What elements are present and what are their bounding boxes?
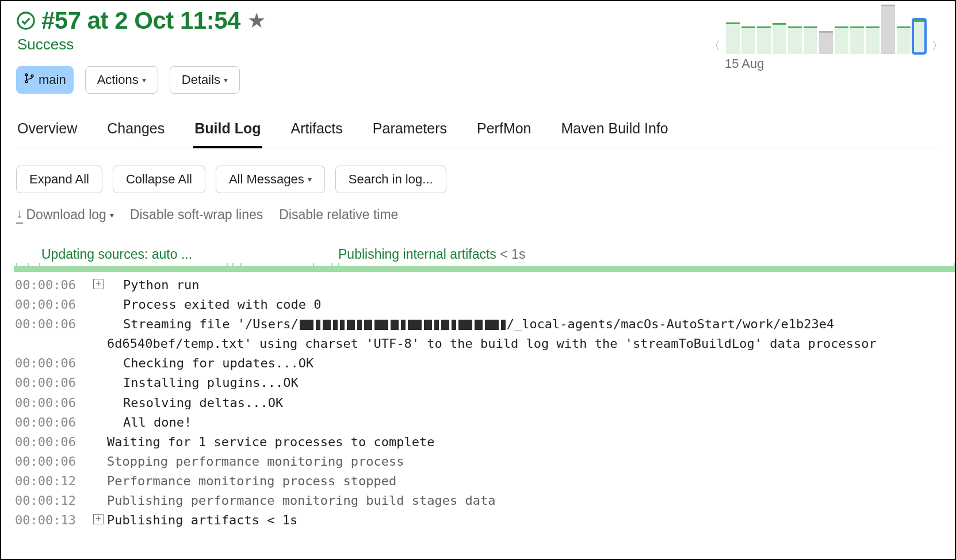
log-timestamp: 00:00:06 <box>15 373 90 393</box>
trend-bar[interactable] <box>881 5 895 54</box>
trend-bar[interactable] <box>804 26 817 54</box>
trends-minimap: 〈 15 Aug 〉 <box>706 20 946 71</box>
trend-bar[interactable] <box>850 26 864 54</box>
svg-point-1 <box>25 74 28 76</box>
expand-all-button[interactable]: Expand All <box>16 166 102 193</box>
log-timestamp: 00:00:12 <box>15 471 90 491</box>
log-message: Performance monitoring process stopped <box>107 471 940 491</box>
log-line: 00:00:06Installing plugins...OK <box>15 373 940 393</box>
log-timestamp: 00:00:06 <box>15 275 90 295</box>
log-timestamp: 00:00:06 <box>15 354 90 373</box>
svg-point-2 <box>25 80 28 83</box>
log-line: 00:00:13+Publishing artifacts < 1s <box>15 511 940 530</box>
tab-maven[interactable]: Maven Build Info <box>560 120 670 148</box>
tab-perfmon[interactable]: PerfMon <box>476 120 532 148</box>
log-message: 6d6540bef/temp.txt' using charset 'UTF-8… <box>107 334 940 354</box>
download-log-link[interactable]: ↓ Download log ▾ <box>16 206 114 224</box>
branch-chip[interactable]: main <box>16 66 74 94</box>
log-line: 00:00:06Checking for updates...OK <box>15 354 940 373</box>
log-timestamp: 00:00:06 <box>15 314 90 334</box>
expand-icon[interactable]: + <box>93 279 104 289</box>
trends-next[interactable]: 〉 <box>930 36 946 56</box>
log-message: Stopping performance monitoring process <box>107 452 940 471</box>
log-line: 00:00:06Streaming file '/Users//_local-a… <box>15 314 940 334</box>
log-message: Python run <box>107 275 940 295</box>
chevron-down-icon: ▾ <box>142 75 146 85</box>
tab-build-log[interactable]: Build Log <box>193 120 262 148</box>
log-timestamp: 00:00:13 <box>15 511 90 530</box>
trend-bar[interactable] <box>835 26 848 54</box>
log-message: All done! <box>107 413 940 432</box>
tab-artifacts[interactable]: Artifacts <box>290 120 344 148</box>
log-message: Process exited with code 0 <box>107 295 940 314</box>
chevron-down-icon: ▾ <box>308 175 312 184</box>
disable-relative-time-link[interactable]: Disable relative time <box>279 207 398 223</box>
trend-bar[interactable] <box>741 26 755 54</box>
success-icon <box>16 11 36 30</box>
trend-bar[interactable] <box>757 26 771 54</box>
timeline-stage-label: Updating sources: auto ... <box>41 247 192 262</box>
trend-bar[interactable] <box>897 26 911 54</box>
log-line: 00:00:06Resolving deltas...OK <box>15 393 940 413</box>
chevron-down-icon: ▾ <box>110 210 114 220</box>
log-timestamp: 00:00:06 <box>15 452 90 471</box>
build-log: 00:00:06+Python run00:00:06Process exite… <box>15 275 940 530</box>
chevron-down-icon: ▾ <box>224 75 228 85</box>
log-message: Resolving deltas...OK <box>107 393 940 413</box>
tab-changes[interactable]: Changes <box>106 120 166 148</box>
trend-bar-current[interactable] <box>912 18 926 54</box>
log-line: 00:00:06Stopping performance monitoring … <box>15 452 940 471</box>
search-in-log-button[interactable]: Search in log... <box>335 166 446 193</box>
trend-bar[interactable] <box>866 26 879 54</box>
build-title: #57 at 2 Oct 11:54 <box>41 7 240 34</box>
disable-soft-wrap-link[interactable]: Disable soft-wrap lines <box>130 207 263 223</box>
timeline[interactable]: Updating sources: auto ... Publishing in… <box>16 247 940 272</box>
log-line: 00:00:06All done! <box>15 413 940 432</box>
branch-label: main <box>39 72 66 87</box>
actions-button[interactable]: Actions ▾ <box>85 66 158 94</box>
tab-overview[interactable]: Overview <box>16 120 78 148</box>
log-timestamp: 00:00:06 <box>15 393 90 413</box>
tabs: Overview Changes Build Log Artifacts Par… <box>16 120 940 148</box>
log-line: 00:00:12Publishing performance monitorin… <box>15 491 940 511</box>
log-message: Checking for updates...OK <box>107 354 940 373</box>
log-timestamp: 00:00:06 <box>15 413 90 432</box>
trend-bar[interactable] <box>726 22 740 54</box>
download-icon: ↓ <box>16 206 23 224</box>
log-message: Publishing artifacts < 1s <box>107 511 940 530</box>
log-timestamp: 00:00:12 <box>15 491 90 511</box>
trend-bar[interactable] <box>819 31 833 54</box>
timeline-stage-label: Publishing internal artifacts < 1s <box>338 247 525 262</box>
log-timestamp: 00:00:06 <box>15 295 90 314</box>
branch-icon <box>24 71 35 89</box>
trend-bar[interactable] <box>788 26 802 54</box>
expand-icon[interactable]: + <box>93 514 104 524</box>
collapse-all-button[interactable]: Collapse All <box>113 166 205 193</box>
header-block: #57 at 2 Oct 11:54 ★ Success main Action… <box>16 7 706 94</box>
trends-prev[interactable]: 〈 <box>706 36 722 56</box>
log-message: Publishing performance monitoring build … <box>107 491 940 511</box>
log-line: 00:00:06Waiting for 1 service processes … <box>15 432 940 452</box>
svg-point-0 <box>18 13 34 29</box>
tab-parameters[interactable]: Parameters <box>372 120 448 148</box>
log-message: Waiting for 1 service processes to compl… <box>107 432 940 452</box>
log-line: 00:00:12Performance monitoring process s… <box>15 471 940 491</box>
log-line: 00:00:06Process exited with code 0 <box>15 295 940 314</box>
star-icon[interactable]: ★ <box>247 9 266 33</box>
log-timestamp: 00:00:06 <box>15 432 90 452</box>
details-button[interactable]: Details ▾ <box>170 66 240 94</box>
all-messages-button[interactable]: All Messages ▾ <box>216 166 325 193</box>
log-message: Installing plugins...OK <box>107 373 940 393</box>
log-message: Streaming file '/Users//_local-agents/ma… <box>107 314 940 334</box>
trend-date-label: 15 Aug <box>725 56 764 71</box>
log-line: 6d6540bef/temp.txt' using charset 'UTF-8… <box>15 334 940 354</box>
log-timestamp <box>15 334 90 354</box>
trend-bar[interactable] <box>773 23 786 54</box>
svg-point-3 <box>31 75 33 77</box>
log-line: 00:00:06+Python run <box>15 275 940 295</box>
build-status: Success <box>17 36 706 53</box>
